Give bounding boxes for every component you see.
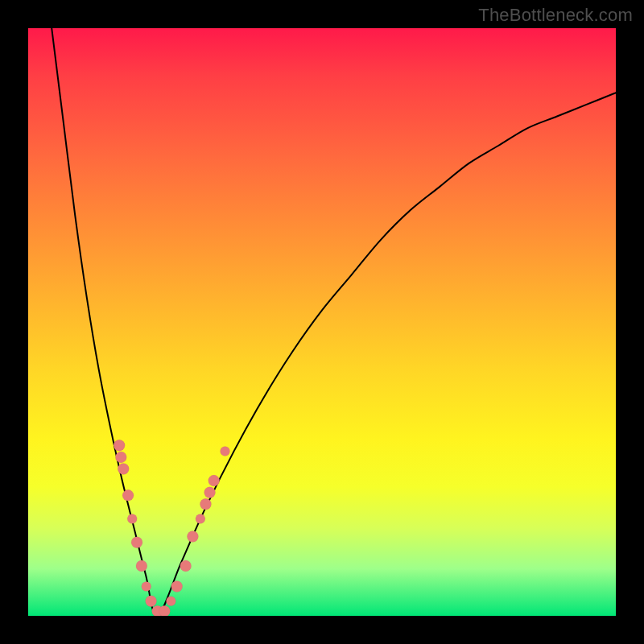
scatter-points (114, 440, 229, 616)
data-point (118, 464, 129, 475)
data-point (166, 597, 175, 606)
data-point (171, 581, 183, 592)
data-point (131, 537, 142, 548)
watermark-text: TheBottleneck.com (478, 5, 633, 26)
data-point (146, 596, 157, 607)
data-point (200, 498, 211, 510)
data-point (136, 560, 147, 572)
data-point (180, 560, 192, 572)
data-point (221, 447, 230, 456)
data-point (142, 582, 151, 592)
data-point (159, 605, 170, 616)
data-point (196, 514, 205, 524)
bottleneck-curve (52, 28, 616, 616)
data-point (187, 530, 198, 542)
curve-layer (28, 28, 616, 616)
data-point (115, 452, 126, 463)
chart-frame: TheBottleneck.com (0, 0, 644, 644)
bottleneck-curve-path (52, 28, 616, 616)
plot-area (28, 28, 616, 616)
data-point (208, 475, 220, 486)
data-point (204, 487, 216, 498)
data-point (122, 489, 134, 501)
data-point (114, 440, 125, 451)
data-point (127, 514, 137, 524)
